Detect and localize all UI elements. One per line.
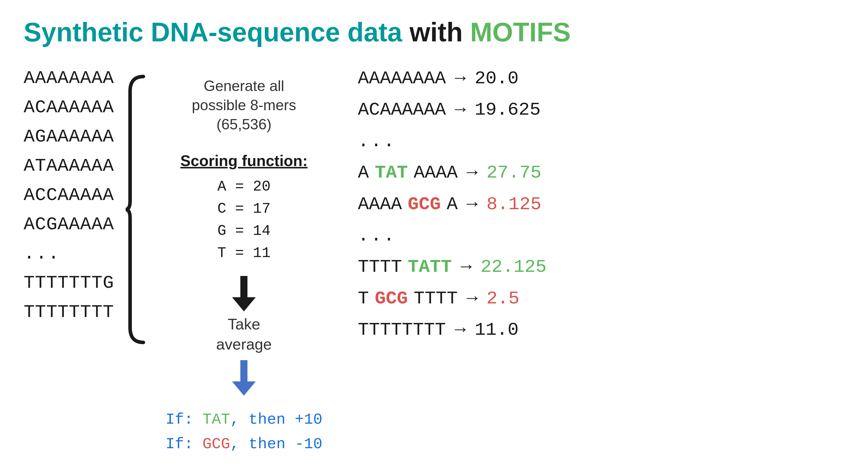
result-score: 20.0 — [474, 68, 519, 90]
if-conditions: If: TAT, then +10 If: GCG, then -10 — [165, 407, 322, 457]
list-item: ACAAAAAA — [24, 97, 118, 118]
then-minus: , then -10 — [230, 435, 322, 453]
motif-tat: TAT — [203, 411, 230, 428]
list-item: AGAAAAAA — [24, 126, 118, 147]
right-results: AAAAAAAA → 20.0 ACAAAAAA → 19.625 ... AT… — [334, 65, 844, 341]
scoring-box: Scoring function: A = 20 C = 17 G = 14 T… — [180, 152, 307, 264]
result-score: 8.125 — [486, 194, 541, 215]
svg-marker-3 — [232, 381, 256, 396]
result-seq-gcg2: GCG — [375, 288, 408, 310]
result-ellipsis: ... — [358, 225, 397, 247]
result-row-1: AAAAAAAA → 20.0 — [358, 68, 844, 90]
svg-rect-2 — [240, 360, 247, 382]
result-seq-suffix: A — [447, 194, 458, 215]
take-average-label: Takeaverage — [216, 314, 272, 354]
result-seq: ACAAAAAA — [358, 99, 446, 121]
title-motifs-part: MOTIFS — [470, 18, 570, 47]
result-seq-gcg: GCG — [408, 194, 441, 215]
result-seq-tat: TAT — [375, 162, 408, 184]
if-keyword-1: If: — [165, 411, 203, 428]
result-row-ellipsis-1: ... — [358, 131, 844, 153]
list-item: ATAAAAAA — [24, 156, 118, 176]
result-seq: AAAAAAAA — [358, 68, 446, 90]
blue-arrow-icon — [232, 360, 256, 396]
result-row-2: ACAAAAAA → 19.625 — [358, 99, 844, 121]
result-ellipsis: ... — [358, 131, 397, 153]
result-seq-prefix: TTTT — [358, 256, 402, 278]
result-seq: TTTTTTTT — [358, 319, 446, 341]
content-area: AAAAAAAA ACAAAAAA AGAAAAAA ATAAAAAA ACCA… — [24, 65, 844, 438]
generate-label: Generate allpossible 8-mers(65,536) — [192, 76, 296, 134]
result-seq-prefix: T — [358, 288, 369, 310]
page-container: Synthetic DNA-sequence data with MOTIFS … — [0, 0, 868, 468]
scoring-row-g: G = 14 — [180, 220, 307, 242]
result-row-tat: ATATAAAA → 27.75 — [358, 162, 844, 184]
main-title: Synthetic DNA-sequence data with MOTIFS — [24, 18, 844, 47]
list-item: ACGAAAAA — [24, 214, 118, 235]
result-seq-suffix: TTTT — [413, 288, 458, 310]
if-line-gcg: If: GCG, then -10 — [165, 432, 322, 457]
scoring-row-a: A = 20 — [180, 175, 307, 198]
if-keyword-2: If: — [165, 435, 203, 453]
list-item: AAAAAAAA — [24, 68, 118, 89]
svg-rect-0 — [240, 276, 247, 298]
left-sequences: AAAAAAAA ACAAAAAA AGAAAAAA ATAAAAAA ACCA… — [24, 65, 118, 323]
title-with: with — [409, 18, 470, 47]
scoring-title: Scoring function: — [180, 152, 307, 170]
motif-gcg: GCG — [203, 435, 230, 453]
list-item-ellipsis: ... — [24, 243, 118, 264]
result-arrow: → — [455, 319, 466, 341]
result-arrow: → — [467, 194, 477, 215]
result-arrow: → — [461, 256, 471, 278]
bracket-area — [118, 68, 154, 351]
result-arrow: → — [455, 68, 466, 90]
result-seq-prefix: AAAA — [358, 194, 402, 215]
black-arrow-icon — [232, 276, 256, 311]
result-row-tatt: TTTTTATT → 22.125 — [358, 256, 844, 278]
then-plus: , then +10 — [230, 411, 322, 428]
result-seq-tatt: TATT — [408, 256, 452, 278]
svg-marker-1 — [232, 297, 256, 311]
result-score: 27.75 — [486, 162, 541, 184]
result-seq-prefix: A — [358, 162, 369, 184]
result-score: 22.125 — [480, 256, 546, 278]
bracket-icon — [124, 68, 148, 351]
scoring-row-t: T = 11 — [180, 242, 307, 264]
result-seq-suffix: AAAA — [413, 162, 458, 184]
list-item: TTTTTTTT — [24, 302, 118, 323]
result-arrow: → — [455, 99, 466, 121]
result-arrow: → — [467, 288, 477, 310]
title-dna-part: Synthetic DNA-sequence data — [24, 18, 409, 47]
result-score: 2.5 — [486, 288, 520, 310]
result-row-last: TTTTTTTT → 11.0 — [358, 319, 844, 341]
result-row-ellipsis-2: ... — [358, 225, 844, 247]
list-item: ACCAAAAA — [24, 185, 118, 206]
result-score: 11.0 — [474, 319, 519, 341]
result-score: 19.625 — [474, 99, 540, 121]
center-area: Generate allpossible 8-mers(65,536) Scor… — [154, 65, 334, 463]
scoring-row-c: C = 17 — [180, 198, 307, 220]
result-row-gcg: AAAAGCGA → 8.125 — [358, 194, 844, 215]
result-row-gcgtttt: TGCGTTTT → 2.5 — [358, 288, 844, 310]
if-line-tat: If: TAT, then +10 — [165, 407, 322, 432]
list-item: TTTTTTTG — [24, 272, 118, 293]
result-arrow: → — [467, 162, 477, 184]
